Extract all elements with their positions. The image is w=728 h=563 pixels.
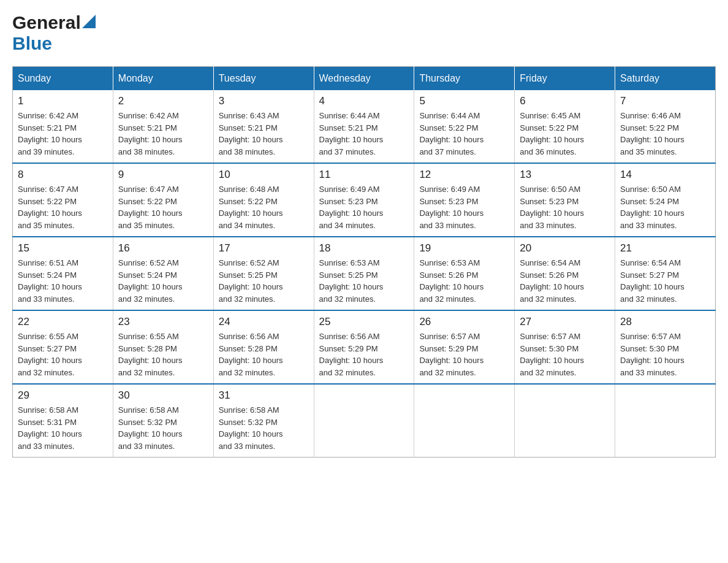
day-number: 16 <box>118 242 208 255</box>
calendar-cell: 26 Sunrise: 6:57 AM Sunset: 5:29 PM Dayl… <box>414 310 515 384</box>
day-info: Sunrise: 6:54 AM Sunset: 5:26 PM Dayligh… <box>520 257 610 305</box>
day-info: Sunrise: 6:56 AM Sunset: 5:29 PM Dayligh… <box>319 331 409 378</box>
day-number: 25 <box>319 316 409 328</box>
week-row-5: 29 Sunrise: 6:58 AM Sunset: 5:31 PM Dayl… <box>13 384 716 458</box>
calendar-cell: 10 Sunrise: 6:48 AM Sunset: 5:22 PM Dayl… <box>213 163 314 237</box>
header-day-saturday: Saturday <box>615 67 716 91</box>
calendar-table: SundayMondayTuesdayWednesdayThursdayFrid… <box>12 66 716 458</box>
calendar-cell: 18 Sunrise: 6:53 AM Sunset: 5:25 PM Dayl… <box>314 237 414 310</box>
header-day-tuesday: Tuesday <box>213 67 314 91</box>
calendar-cell: 24 Sunrise: 6:56 AM Sunset: 5:28 PM Dayl… <box>213 310 314 384</box>
calendar-cell: 12 Sunrise: 6:49 AM Sunset: 5:23 PM Dayl… <box>414 163 515 237</box>
calendar-cell: 25 Sunrise: 6:56 AM Sunset: 5:29 PM Dayl… <box>314 310 414 384</box>
day-number: 4 <box>319 95 409 107</box>
day-number: 2 <box>118 95 208 107</box>
day-info: Sunrise: 6:58 AM Sunset: 5:31 PM Dayligh… <box>18 404 108 452</box>
calendar-cell: 17 Sunrise: 6:52 AM Sunset: 5:25 PM Dayl… <box>213 237 314 310</box>
day-info: Sunrise: 6:51 AM Sunset: 5:24 PM Dayligh… <box>18 257 108 305</box>
calendar-cell: 20 Sunrise: 6:54 AM Sunset: 5:26 PM Dayl… <box>515 237 615 310</box>
day-info: Sunrise: 6:45 AM Sunset: 5:22 PM Dayligh… <box>520 110 610 158</box>
day-info: Sunrise: 6:50 AM Sunset: 5:23 PM Dayligh… <box>520 183 610 231</box>
calendar-cell <box>314 384 414 458</box>
calendar-cell: 1 Sunrise: 6:42 AM Sunset: 5:21 PM Dayli… <box>13 90 113 163</box>
calendar-cell: 22 Sunrise: 6:55 AM Sunset: 5:27 PM Dayl… <box>13 310 113 384</box>
day-info: Sunrise: 6:44 AM Sunset: 5:21 PM Dayligh… <box>319 110 409 158</box>
day-info: Sunrise: 6:52 AM Sunset: 5:25 PM Dayligh… <box>219 257 309 305</box>
day-number: 27 <box>520 316 610 328</box>
calendar-cell: 5 Sunrise: 6:44 AM Sunset: 5:22 PM Dayli… <box>414 90 515 163</box>
svg-marker-0 <box>82 15 96 28</box>
calendar-cell: 31 Sunrise: 6:58 AM Sunset: 5:32 PM Dayl… <box>213 384 314 458</box>
day-number: 7 <box>620 95 710 107</box>
day-info: Sunrise: 6:58 AM Sunset: 5:32 PM Dayligh… <box>219 404 309 452</box>
calendar-cell: 6 Sunrise: 6:45 AM Sunset: 5:22 PM Dayli… <box>515 90 615 163</box>
day-number: 26 <box>419 316 509 328</box>
header-row: SundayMondayTuesdayWednesdayThursdayFrid… <box>13 67 716 91</box>
header-day-wednesday: Wednesday <box>314 67 414 91</box>
calendar-cell: 4 Sunrise: 6:44 AM Sunset: 5:21 PM Dayli… <box>314 90 414 163</box>
week-row-2: 8 Sunrise: 6:47 AM Sunset: 5:22 PM Dayli… <box>13 163 716 237</box>
day-number: 22 <box>18 316 108 328</box>
day-number: 12 <box>419 169 509 181</box>
logo-blue-text: Blue <box>12 33 52 54</box>
day-number: 17 <box>219 242 309 255</box>
header-day-sunday: Sunday <box>13 67 113 91</box>
calendar-cell: 11 Sunrise: 6:49 AM Sunset: 5:23 PM Dayl… <box>314 163 414 237</box>
week-row-1: 1 Sunrise: 6:42 AM Sunset: 5:21 PM Dayli… <box>13 90 716 163</box>
day-info: Sunrise: 6:49 AM Sunset: 5:23 PM Dayligh… <box>319 183 409 231</box>
day-number: 9 <box>118 169 208 181</box>
day-number: 21 <box>620 242 710 255</box>
calendar-cell: 29 Sunrise: 6:58 AM Sunset: 5:31 PM Dayl… <box>13 384 113 458</box>
header-day-monday: Monday <box>113 67 213 91</box>
calendar-cell: 3 Sunrise: 6:43 AM Sunset: 5:21 PM Dayli… <box>213 90 314 163</box>
day-number: 30 <box>118 389 208 402</box>
calendar-cell: 28 Sunrise: 6:57 AM Sunset: 5:30 PM Dayl… <box>615 310 716 384</box>
calendar-cell: 14 Sunrise: 6:50 AM Sunset: 5:24 PM Dayl… <box>615 163 716 237</box>
header-day-thursday: Thursday <box>414 67 515 91</box>
day-number: 28 <box>620 316 710 328</box>
calendar-cell <box>414 384 515 458</box>
day-number: 15 <box>18 242 108 255</box>
week-row-4: 22 Sunrise: 6:55 AM Sunset: 5:27 PM Dayl… <box>13 310 716 384</box>
day-number: 19 <box>419 242 509 255</box>
calendar-cell: 30 Sunrise: 6:58 AM Sunset: 5:32 PM Dayl… <box>113 384 213 458</box>
calendar-cell: 16 Sunrise: 6:52 AM Sunset: 5:24 PM Dayl… <box>113 237 213 310</box>
calendar-cell: 7 Sunrise: 6:46 AM Sunset: 5:22 PM Dayli… <box>615 90 716 163</box>
day-info: Sunrise: 6:47 AM Sunset: 5:22 PM Dayligh… <box>118 183 208 231</box>
day-info: Sunrise: 6:42 AM Sunset: 5:21 PM Dayligh… <box>118 110 208 158</box>
day-info: Sunrise: 6:52 AM Sunset: 5:24 PM Dayligh… <box>118 257 208 305</box>
day-number: 1 <box>18 95 108 107</box>
day-info: Sunrise: 6:48 AM Sunset: 5:22 PM Dayligh… <box>219 183 309 231</box>
day-number: 5 <box>419 95 509 107</box>
day-number: 10 <box>219 169 309 181</box>
day-number: 14 <box>620 169 710 181</box>
calendar-cell <box>615 384 716 458</box>
logo-arrow-icon <box>82 15 96 28</box>
day-number: 23 <box>118 316 208 328</box>
logo: General Blue <box>12 12 96 54</box>
day-number: 24 <box>219 316 309 328</box>
day-info: Sunrise: 6:55 AM Sunset: 5:28 PM Dayligh… <box>118 331 208 378</box>
week-row-3: 15 Sunrise: 6:51 AM Sunset: 5:24 PM Dayl… <box>13 237 716 310</box>
calendar-cell: 27 Sunrise: 6:57 AM Sunset: 5:30 PM Dayl… <box>515 310 615 384</box>
day-info: Sunrise: 6:44 AM Sunset: 5:22 PM Dayligh… <box>419 110 509 158</box>
day-info: Sunrise: 6:54 AM Sunset: 5:27 PM Dayligh… <box>620 257 710 305</box>
calendar-cell: 9 Sunrise: 6:47 AM Sunset: 5:22 PM Dayli… <box>113 163 213 237</box>
day-info: Sunrise: 6:53 AM Sunset: 5:25 PM Dayligh… <box>319 257 409 305</box>
calendar-header: SundayMondayTuesdayWednesdayThursdayFrid… <box>13 67 716 91</box>
calendar-cell: 21 Sunrise: 6:54 AM Sunset: 5:27 PM Dayl… <box>615 237 716 310</box>
calendar-cell: 2 Sunrise: 6:42 AM Sunset: 5:21 PM Dayli… <box>113 90 213 163</box>
day-info: Sunrise: 6:49 AM Sunset: 5:23 PM Dayligh… <box>419 183 509 231</box>
day-number: 31 <box>219 389 309 402</box>
day-number: 13 <box>520 169 610 181</box>
day-info: Sunrise: 6:57 AM Sunset: 5:30 PM Dayligh… <box>520 331 610 378</box>
page-header: General Blue <box>12 12 716 54</box>
calendar-cell: 15 Sunrise: 6:51 AM Sunset: 5:24 PM Dayl… <box>13 237 113 310</box>
day-info: Sunrise: 6:50 AM Sunset: 5:24 PM Dayligh… <box>620 183 710 231</box>
day-info: Sunrise: 6:53 AM Sunset: 5:26 PM Dayligh… <box>419 257 509 305</box>
day-info: Sunrise: 6:57 AM Sunset: 5:30 PM Dayligh… <box>620 331 710 378</box>
day-number: 18 <box>319 242 409 255</box>
day-info: Sunrise: 6:43 AM Sunset: 5:21 PM Dayligh… <box>219 110 309 158</box>
calendar-cell: 23 Sunrise: 6:55 AM Sunset: 5:28 PM Dayl… <box>113 310 213 384</box>
day-info: Sunrise: 6:57 AM Sunset: 5:29 PM Dayligh… <box>419 331 509 378</box>
